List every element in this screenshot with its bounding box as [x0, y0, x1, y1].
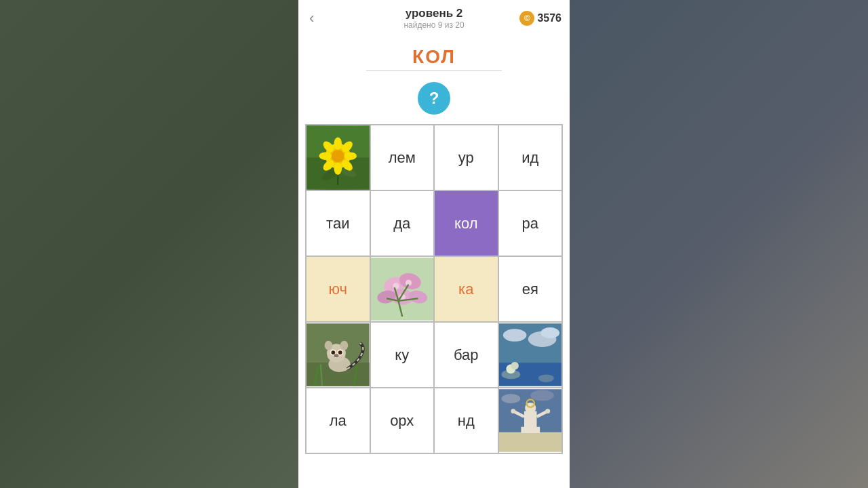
coin-icon: © [519, 11, 534, 26]
level-title: уровень 2 [403, 7, 464, 20]
svg-point-52 [511, 362, 519, 370]
svg-point-63 [545, 409, 550, 413]
svg-point-41 [331, 350, 335, 354]
grid-cell-lem[interactable]: лем [371, 125, 434, 190]
grid-cell-da[interactable]: да [371, 191, 434, 256]
word-area: КОЛ [298, 37, 570, 75]
svg-point-62 [511, 409, 515, 413]
coins-badge: © 3576 [519, 11, 561, 26]
found-count: найдено 9 из 20 [403, 20, 464, 30]
grid-cell-ea[interactable]: ея [499, 257, 562, 321]
grid-cell-orx[interactable]: орх [371, 388, 434, 453]
svg-point-45 [502, 329, 526, 342]
right-overlay [570, 0, 868, 488]
seascape-svg [499, 323, 562, 387]
svg-point-47 [540, 327, 559, 338]
svg-rect-56 [499, 432, 562, 452]
grid-cell-ku[interactable]: ку [371, 323, 434, 387]
grid-cell-seascape[interactable] [499, 323, 562, 387]
svg-point-50 [538, 374, 553, 382]
lemur-svg [307, 323, 370, 387]
statue-svg [499, 388, 562, 453]
svg-point-10 [344, 152, 357, 160]
svg-point-42 [338, 350, 342, 354]
dandelion-svg [307, 125, 370, 190]
header-center: уровень 2 найдено 9 из 20 [403, 7, 464, 30]
current-word: КОЛ [298, 46, 570, 68]
grid-cell-lemur[interactable] [307, 323, 370, 387]
grid-cell-ur[interactable]: ур [435, 125, 498, 190]
grid-cell-nd[interactable]: нд [435, 388, 498, 453]
grid-cell-bar[interactable]: бар [435, 323, 498, 387]
grid-cell-id[interactable]: ид [499, 125, 562, 190]
grid-cell-orchid[interactable] [371, 257, 434, 321]
svg-rect-58 [524, 411, 537, 428]
svg-point-43 [334, 354, 338, 357]
svg-point-8 [334, 162, 342, 175]
game-grid: лем ур ид таи да кол ра юч [305, 124, 563, 454]
coin-amount: 3576 [537, 12, 561, 24]
help-button[interactable]: ? [418, 82, 450, 115]
grid-cell-ra[interactable]: ра [499, 191, 562, 256]
word-underline [366, 70, 502, 71]
svg-point-54 [501, 394, 520, 403]
left-overlay [0, 0, 298, 488]
svg-point-37 [325, 341, 333, 350]
grid-cell-ka[interactable]: ка [435, 257, 498, 321]
orchid-svg [371, 257, 434, 321]
phone-screen: ‹ уровень 2 найдено 9 из 20 © 3576 КОЛ ? [298, 0, 570, 488]
svg-point-15 [332, 150, 344, 163]
header: ‹ уровень 2 найдено 9 из 20 © 3576 [298, 0, 570, 37]
grid-cell-la[interactable]: ла [307, 388, 370, 453]
svg-point-7 [334, 137, 342, 150]
back-button[interactable]: ‹ [309, 9, 314, 27]
grid-cell-tai[interactable]: таи [307, 191, 370, 256]
svg-point-38 [340, 341, 349, 350]
grid-cell-yuch[interactable]: юч [307, 257, 370, 321]
svg-point-9 [319, 152, 332, 160]
grid-cell-dandelion[interactable] [307, 125, 370, 190]
svg-point-55 [530, 390, 554, 401]
grid-cell-kol[interactable]: кол [435, 191, 498, 256]
help-icon: ? [429, 89, 439, 108]
grid-cell-statue[interactable] [499, 388, 562, 453]
